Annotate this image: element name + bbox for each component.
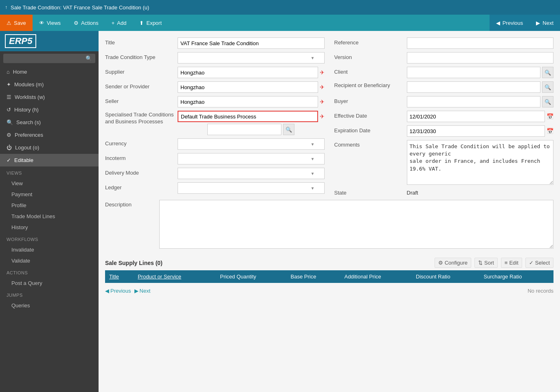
currency-control: [178, 138, 325, 150]
seller-input[interactable]: [178, 96, 318, 107]
table-prev-button[interactable]: ◀ Previous: [105, 288, 131, 294]
sidebar-queries-item[interactable]: Queries: [0, 300, 99, 311]
sidebar-invalidate-item[interactable]: Invalidate: [0, 244, 99, 255]
recipient-search-btn[interactable]: 🔍: [542, 81, 553, 93]
reference-input[interactable]: [407, 37, 554, 49]
sidebar-search-wrapper[interactable]: 🔍: [3, 54, 95, 63]
state-value: Draft: [407, 190, 418, 196]
effective-date-input[interactable]: [407, 111, 545, 122]
specialised-label: Specialised Trade Conditions and Busines…: [105, 111, 174, 125]
sidebar-item-logout[interactable]: ⏻ Logout (o): [0, 141, 99, 154]
previous-button[interactable]: ◀ Previous: [490, 15, 530, 31]
calendar-icon-effective[interactable]: 📅: [547, 113, 553, 120]
table-next-button[interactable]: ▶ Next: [134, 288, 151, 294]
ledger-label: Ledger: [105, 182, 174, 191]
buyer-input[interactable]: [407, 96, 541, 107]
client-label: Client: [334, 67, 404, 75]
client-search-btn[interactable]: 🔍: [542, 67, 553, 78]
export-button[interactable]: ⬆ Export: [133, 15, 168, 31]
views-button[interactable]: 👁 Views: [33, 15, 67, 31]
seller-clear-icon[interactable]: ✈: [320, 99, 325, 105]
version-row: Version: [334, 52, 554, 64]
comments-textarea[interactable]: [407, 140, 554, 185]
reference-row: Reference: [334, 37, 554, 49]
recipient-input[interactable]: [407, 81, 541, 93]
home-icon: ⌂: [7, 69, 10, 75]
breadcrumb-title: Sale Trade Condition: VAT France Sale Tr…: [11, 4, 149, 11]
specialised-search-btn[interactable]: 🔍: [283, 124, 294, 135]
specialised-control: ✈ 🔍: [178, 111, 325, 135]
toolbar: ⚠ Save 👁 Views ⚙ Actions + Add ⬆ Export …: [0, 15, 560, 31]
table-pagination: ◀ Previous ▶ Next No records: [105, 283, 553, 299]
actions-icon: ⚙: [74, 20, 79, 26]
description-section: Description: [105, 200, 553, 249]
col-title[interactable]: Title: [105, 270, 134, 283]
title-control: [178, 37, 325, 49]
sidebar: ERP5 🔍 ⌂ Home ✦ Modules (m) ☰ Worklists …: [0, 31, 99, 392]
sidebar-validate-item[interactable]: Validate: [0, 255, 99, 266]
description-textarea[interactable]: [159, 200, 553, 249]
no-records-message: No records: [527, 285, 553, 296]
search-input[interactable]: [7, 56, 86, 61]
incoterm-control: [178, 153, 325, 164]
col-discount-ratio: Discount Ratio: [412, 270, 479, 283]
supplier-clear-icon[interactable]: ✈: [320, 69, 325, 76]
sidebar-payment-item[interactable]: Payment: [0, 189, 99, 200]
sidebar-item-preferences[interactable]: ⚙ Preferences: [0, 129, 99, 141]
ledger-control: [178, 182, 325, 194]
table-section: Sale Supply Lines (0) ⚙ Configure ⇅ Sort…: [105, 255, 553, 299]
save-button[interactable]: ⚠ Save: [0, 15, 33, 31]
expiration-date-input[interactable]: [407, 125, 545, 137]
trade-condition-type-select[interactable]: [178, 52, 325, 64]
sidebar-item-search[interactable]: 🔍 Search (s): [0, 116, 99, 129]
sidebar-profile-item[interactable]: Profile: [0, 200, 99, 211]
sidebar-item-worklists[interactable]: ☰ Worklists (w): [0, 91, 99, 103]
export-icon: ⬆: [139, 20, 144, 26]
configure-button[interactable]: ⚙ Configure: [435, 258, 471, 268]
ledger-select[interactable]: [178, 182, 325, 194]
col-product-service[interactable]: Product or Service: [134, 270, 216, 283]
views-icon: 👁: [39, 20, 44, 26]
currency-select[interactable]: [178, 138, 325, 150]
sidebar-item-history[interactable]: ↺ History (h): [0, 103, 99, 116]
client-input[interactable]: [407, 67, 541, 78]
sidebar-trade-model-lines-item[interactable]: Trade Model Lines: [0, 211, 99, 222]
search-icon: 🔍: [86, 55, 92, 61]
pagination-nav: ◀ Previous ▶ Next: [105, 288, 150, 294]
sidebar-post-query-item[interactable]: Post a Query: [0, 278, 99, 289]
buyer-row: Buyer 🔍: [334, 96, 554, 107]
specialised-secondary-input[interactable]: [207, 124, 281, 135]
supplier-input[interactable]: [178, 67, 318, 78]
sender-provider-input[interactable]: [178, 81, 318, 93]
actions-button[interactable]: ⚙ Actions: [67, 15, 105, 31]
edit-button[interactable]: ≡ Edit: [501, 258, 522, 268]
next-button[interactable]: ▶ Next: [529, 15, 560, 31]
seller-control: ✈: [178, 96, 325, 107]
sidebar-history-sub-item[interactable]: History: [0, 222, 99, 233]
calendar-icon-expiration[interactable]: 📅: [547, 128, 553, 134]
buyer-search-btn[interactable]: 🔍: [542, 96, 553, 107]
sidebar-item-modules[interactable]: ✦ Modules (m): [0, 78, 99, 91]
form-left: Title Trade Condition Type: [105, 37, 325, 196]
seller-label: Seller: [105, 96, 174, 104]
specialised-clear-icon[interactable]: ✈: [320, 113, 325, 120]
sidebar-item-editable[interactable]: ✓ Editable: [0, 154, 99, 166]
supplier-row: Supplier ✈: [105, 67, 325, 78]
sidebar-view-item[interactable]: View: [0, 178, 99, 189]
select-button[interactable]: ✓ Select: [525, 258, 553, 268]
sort-button[interactable]: ⇅ Sort: [474, 258, 498, 268]
delivery-mode-select[interactable]: [178, 168, 325, 179]
add-button[interactable]: + Add: [105, 15, 133, 31]
sidebar-item-home[interactable]: ⌂ Home: [0, 66, 99, 78]
trade-condition-type-label: Trade Condition Type: [105, 52, 174, 60]
state-row: State Draft: [334, 190, 554, 196]
incoterm-select[interactable]: [178, 153, 325, 164]
comments-control: [407, 140, 554, 185]
top-bar: ↑ Sale Trade Condition: VAT France Sale …: [0, 0, 560, 15]
currency-label: Currency: [105, 138, 174, 147]
sender-provider-clear-icon[interactable]: ✈: [320, 84, 325, 90]
version-input[interactable]: [407, 52, 554, 64]
specialised-input[interactable]: [178, 111, 318, 122]
title-input[interactable]: [178, 37, 325, 49]
actions-section-label: ACTIONS: [0, 268, 99, 278]
